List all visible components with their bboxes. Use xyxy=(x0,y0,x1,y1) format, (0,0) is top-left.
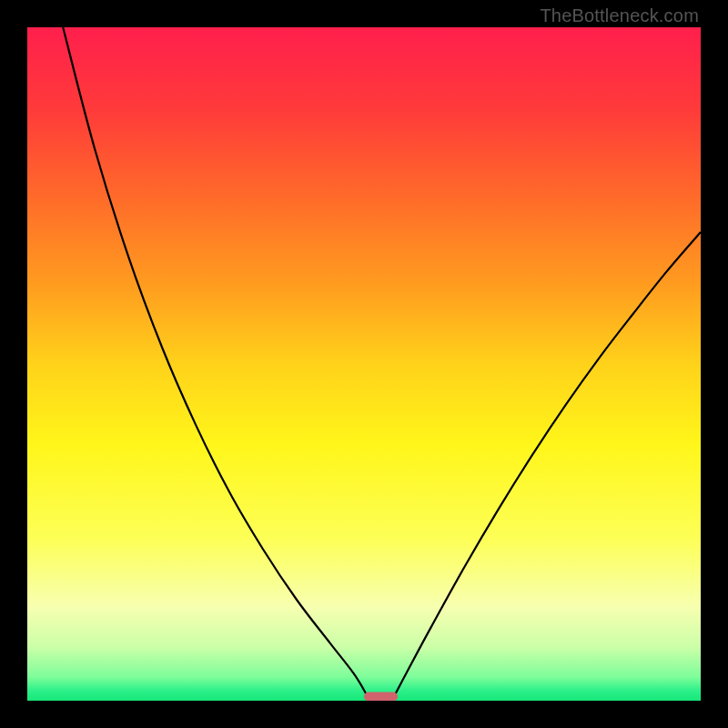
watermark-text: TheBottleneck.com xyxy=(540,5,699,26)
left-branch-curve xyxy=(63,27,367,696)
curves xyxy=(27,27,701,701)
chart-container: TheBottleneck.com xyxy=(0,0,728,728)
plot-area xyxy=(27,27,701,701)
bottom-marker xyxy=(364,693,398,701)
right-branch-curve xyxy=(394,232,701,696)
